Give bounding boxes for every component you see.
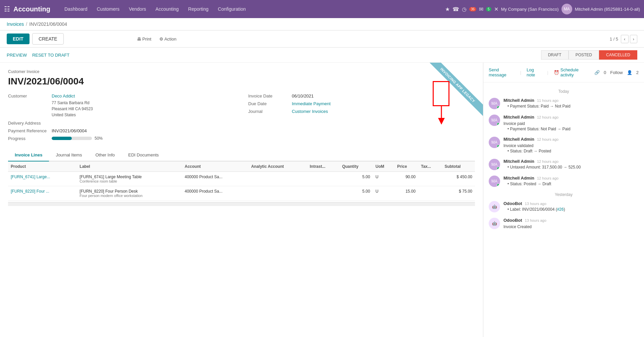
journal-value[interactable]: Customer Invoices — [292, 109, 328, 114]
prev-arrow[interactable]: ‹ — [621, 35, 628, 43]
horizontal-scrollbar[interactable] — [8, 202, 475, 206]
msg-content: Mitchell Admin 12 hours ago Invoice paid… — [503, 115, 639, 131]
clock-icon[interactable]: ◷ — [462, 6, 467, 12]
tab-journal-items[interactable]: Journal Items — [49, 149, 89, 161]
msg-author: OdooBot — [503, 201, 522, 206]
clock-small-icon: ⏰ — [554, 70, 559, 75]
due-date-row: Due Date Immediate Payment — [248, 101, 475, 106]
follow-button[interactable]: Follow — [610, 70, 623, 75]
chatter-messages: MA Mitchell Admin 11 hours ago • Payment… — [489, 98, 639, 187]
user-avatar[interactable]: MA — [561, 4, 572, 14]
schedule-activity-button[interactable]: ⏰ Schedule activity — [554, 66, 589, 79]
addr-line3: United States — [52, 113, 76, 117]
payment-ref-row: Payment Reference INV/2021/06/0004 — [8, 128, 235, 133]
message-item: MA Mitchell Admin 12 hours ago Invoice v… — [489, 137, 639, 153]
invoice-subtitle: Customer Invoice — [8, 69, 475, 74]
customer-name[interactable]: Deco Addict — [52, 93, 75, 98]
col-quantity: Quantity — [339, 161, 373, 172]
message-item: MA Mitchell Admin 11 hours ago • Payment… — [489, 98, 639, 109]
tab-other-info[interactable]: Other Info — [89, 149, 121, 161]
cell-label-main: [FURN_8220] Four Person Desk — [79, 189, 179, 194]
msg-header: Mitchell Admin 12 hours ago — [503, 115, 639, 120]
status-bar: PREVIEW RESET TO DRAFT DRAFT POSTED CANC… — [0, 48, 644, 63]
msg-content: OdooBot 13 hours ago Invoice Created — [503, 218, 639, 230]
breadcrumb: Invoices / INV/2021/06/0004 — [0, 18, 644, 30]
close-icon[interactable]: ✕ — [494, 6, 498, 12]
cell-subtotal: $ 75.00 — [442, 186, 475, 201]
progress-fill — [52, 137, 72, 140]
msg-link[interactable]: #26 — [557, 207, 564, 212]
cell-subtotal: $ 450.00 — [442, 172, 475, 186]
cell-quantity: 5.00 — [339, 186, 373, 201]
info-right: Invoice Date 06/10/2021 Due Date Immedia… — [248, 93, 475, 144]
due-date-value[interactable]: Immediate Payment — [292, 101, 331, 106]
nav-accounting[interactable]: Accounting — [152, 4, 183, 14]
send-message-button[interactable]: Send message — [489, 66, 515, 79]
nav-configuration[interactable]: Configuration — [214, 4, 250, 14]
breadcrumb-parent[interactable]: Invoices — [7, 21, 24, 27]
msg-text: Invoice validated — [503, 143, 639, 149]
message-item: MA Mitchell Admin 12 hours ago • Status:… — [489, 176, 639, 187]
cell-intrast — [307, 172, 339, 186]
msg-content: Mitchell Admin 12 hours ago • Untaxed Am… — [503, 159, 639, 170]
col-tax: Tax... — [418, 161, 442, 172]
progress-label: Progress — [8, 136, 52, 141]
log-note-button[interactable]: Log note — [527, 66, 542, 79]
online-dot — [497, 145, 500, 148]
table-row[interactable]: [FURN_6741] Large... [FURN_6741] Large M… — [8, 172, 475, 186]
table-row[interactable]: [FURN_8220] Four ... [FURN_8220] Four Pe… — [8, 186, 475, 201]
online-dot — [497, 167, 500, 170]
followers-num: 2 — [636, 70, 639, 75]
msg-author: Mitchell Admin — [503, 98, 534, 103]
status-steps: DRAFT POSTED CANCELLED — [541, 50, 637, 60]
message-item: 🤖 OdooBot 13 hours ago • Label: INV/2021… — [489, 201, 639, 212]
nav-vendors[interactable]: Vendors — [125, 4, 150, 14]
cell-account: 400000 Product Sa... — [182, 172, 249, 186]
cell-analytic — [249, 172, 307, 186]
col-product: Product — [8, 161, 77, 172]
chatter-yesterday: 🤖 OdooBot 13 hours ago • Label: INV/2021… — [489, 201, 639, 230]
phone-icon[interactable]: ☎ — [452, 6, 459, 12]
journal-label: Journal — [248, 109, 292, 114]
print-button[interactable]: 🖶 Print — [133, 35, 155, 44]
cell-price: 15.00 — [394, 186, 418, 201]
nav-reporting[interactable]: Reporting — [184, 4, 213, 14]
preview-button[interactable]: PREVIEW — [7, 53, 27, 58]
msg-text: Invoice Created — [503, 224, 639, 230]
gear-icon: ⚙ — [159, 37, 163, 42]
msg-time: 11 hours ago — [537, 98, 558, 103]
chat-icon[interactable]: ✉ — [479, 6, 483, 12]
star-icon[interactable]: ★ — [445, 6, 450, 12]
nav-customers[interactable]: Customers — [93, 4, 124, 14]
addr-line1: 77 Santa Barbara Rd — [52, 100, 90, 105]
notif-badge[interactable]: 36 — [469, 7, 476, 11]
msg-avatar: 🤖 — [489, 218, 500, 229]
next-arrow[interactable]: › — [630, 35, 637, 43]
create-button[interactable]: CREATE — [32, 33, 64, 45]
progress-bar-wrap: 50% — [52, 136, 103, 141]
invoice-table-wrap: Product Label Account Analytic Account I… — [8, 161, 475, 206]
action-button[interactable]: ⚙ Action — [156, 35, 180, 44]
tab-edi-documents[interactable]: EDI Documents — [121, 149, 165, 161]
user-name: Mitchell Admin (8525881-14-0-all) — [575, 7, 640, 12]
msg-content: OdooBot 13 hours ago • Label: INV/2021/0… — [503, 201, 639, 212]
nav-dashboard[interactable]: Dashboard — [60, 4, 92, 14]
cell-price: 90.00 — [394, 172, 418, 186]
cell-tax — [418, 172, 442, 186]
cell-intrast — [307, 186, 339, 201]
breadcrumb-current: INV/2021/06/0004 — [29, 21, 67, 27]
progress-track — [52, 137, 92, 140]
chatter: Send message | Log note | ⏰ Schedule act… — [483, 63, 644, 337]
journal-row: Journal Customer Invoices — [248, 109, 475, 114]
msg-header: Mitchell Admin 11 hours ago — [503, 98, 639, 103]
apps-icon[interactable]: ☷ — [4, 5, 10, 13]
reset-draft-button[interactable]: RESET TO DRAFT — [32, 53, 69, 58]
cell-tax — [418, 186, 442, 201]
msg-badge[interactable]: 5 — [486, 7, 491, 11]
breadcrumb-separator: / — [26, 21, 27, 27]
tab-invoice-lines[interactable]: Invoice Lines — [8, 149, 49, 161]
msg-author: Mitchell Admin — [503, 115, 534, 120]
msg-header: Mitchell Admin 12 hours ago — [503, 176, 639, 181]
edit-button[interactable]: EDIT — [7, 33, 30, 44]
cell-label-sub: Conference room table — [79, 179, 179, 183]
